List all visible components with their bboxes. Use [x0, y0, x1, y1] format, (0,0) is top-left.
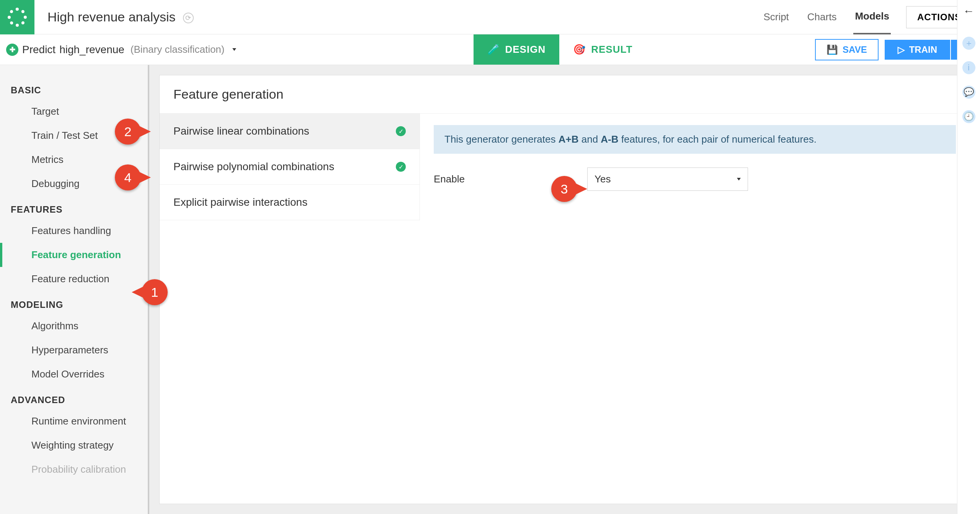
task-chip[interactable]: ✚ Predict high_revenue (Binary classific… [4, 34, 236, 65]
tab-design-label: DESIGN [505, 44, 546, 55]
task-type: (Binary classification) [131, 44, 225, 55]
nav-script[interactable]: Script [762, 0, 790, 34]
back-arrow-icon[interactable]: ← [963, 5, 975, 18]
generator-label: Explicit pairwise interactions [173, 196, 307, 208]
task-target: high_revenue [59, 44, 124, 56]
sidebar-item-algorithms[interactable]: Algorithms [0, 314, 148, 338]
enable-label: Enable [434, 173, 465, 185]
annotation-2: 2 [115, 119, 141, 145]
save-icon: 💾 [826, 44, 838, 55]
content-area: Feature generation Pairwise linear combi… [149, 65, 980, 514]
tab-result-label: RESULT [591, 44, 632, 55]
sidebar-section-features: FEATURES [0, 196, 148, 219]
train-button[interactable]: ▷ TRAIN [885, 40, 950, 60]
sub-header: ✚ Predict high_revenue (Binary classific… [0, 34, 980, 65]
sync-status-icon[interactable]: ⟳ [183, 13, 194, 23]
tab-design[interactable]: 🧪 DESIGN [474, 34, 560, 65]
page-title-text: High revenue analysis [47, 10, 176, 24]
sidebar-item-features-handling[interactable]: Features handling [0, 219, 148, 243]
check-icon: ✓ [396, 162, 406, 172]
chevron-down-icon [737, 178, 741, 181]
sidebar-item-hyperparameters[interactable]: Hyperparameters [0, 338, 148, 362]
logo-icon [8, 8, 27, 27]
feature-generation-panel: Feature generation Pairwise linear combi… [159, 75, 970, 504]
nav-charts[interactable]: Charts [806, 0, 838, 34]
save-label: SAVE [843, 44, 867, 55]
generator-item-pairwise-linear[interactable]: Pairwise linear combinations ✓ [160, 114, 420, 149]
top-header: High revenue analysis ⟳ Script Charts Mo… [0, 0, 980, 34]
chevron-down-icon [232, 48, 236, 51]
info-text: and [578, 133, 601, 145]
generator-label: Pairwise linear combinations [173, 125, 309, 137]
annotation-4: 4 [115, 164, 141, 190]
generator-detail: This generator generates A+B and A-B fea… [420, 114, 970, 220]
chat-icon[interactable]: 💬 [962, 86, 975, 99]
save-train-controls: 💾 SAVE ▷ TRAIN ﹀ [807, 34, 980, 65]
generator-item-explicit[interactable]: Explicit pairwise interactions [160, 185, 420, 220]
info-banner: This generator generates A+B and A-B fea… [434, 125, 956, 154]
top-nav: Script Charts Models [762, 0, 891, 34]
check-icon: ✓ [396, 126, 406, 136]
task-prefix: Predict [22, 44, 56, 56]
flask-icon: 🧪 [487, 44, 500, 55]
sidebar-section-advanced: ADVANCED [0, 386, 148, 409]
right-rail: ← ＋ i 💬 🕘 [957, 0, 980, 514]
enable-row: Enable Yes [434, 168, 956, 191]
page-title: High revenue analysis ⟳ [47, 10, 762, 24]
app-logo[interactable] [0, 0, 34, 34]
sidebar-item-runtime-env[interactable]: Runtime environment [0, 409, 148, 433]
plus-icon[interactable]: ＋ [962, 37, 975, 50]
task-status-icon: ✚ [6, 44, 18, 56]
info-text: This generator generates [444, 133, 559, 145]
info-bold: A-B [601, 133, 618, 145]
save-button[interactable]: 💾 SAVE [815, 39, 879, 60]
enable-select[interactable]: Yes [587, 168, 748, 191]
annotation-1: 1 [142, 279, 168, 305]
info-icon[interactable]: i [962, 61, 975, 74]
generator-list: Pairwise linear combinations ✓ Pairwise … [160, 114, 420, 220]
tab-result[interactable]: 🎯 RESULT [559, 34, 646, 65]
target-icon: 🎯 [573, 44, 586, 55]
panel-title: Feature generation [160, 75, 970, 114]
generator-label: Pairwise polynomial combinations [173, 161, 334, 173]
annotation-3: 3 [551, 176, 577, 202]
sidebar-item-feature-generation[interactable]: Feature generation [0, 243, 148, 267]
info-bold: A+B [559, 133, 579, 145]
generator-item-pairwise-poly[interactable]: Pairwise polynomial combinations ✓ [160, 149, 420, 185]
design-result-tabs: 🧪 DESIGN 🎯 RESULT [474, 34, 647, 65]
sidebar-item-prob-calibration[interactable]: Probability calibration [0, 457, 148, 481]
train-label: TRAIN [909, 44, 937, 55]
main-area: BASIC Target Train / Test Set Metrics De… [0, 65, 980, 514]
sidebar-item-model-overrides[interactable]: Model Overrides [0, 362, 148, 386]
history-icon[interactable]: 🕘 [962, 110, 975, 123]
play-icon: ▷ [898, 44, 905, 55]
sidebar-section-basic: BASIC [0, 76, 148, 99]
nav-models[interactable]: Models [853, 0, 891, 34]
sidebar-item-weighting[interactable]: Weighting strategy [0, 433, 148, 457]
enable-value: Yes [595, 173, 611, 185]
info-text: features, for each pair of numerical fea… [619, 133, 817, 145]
